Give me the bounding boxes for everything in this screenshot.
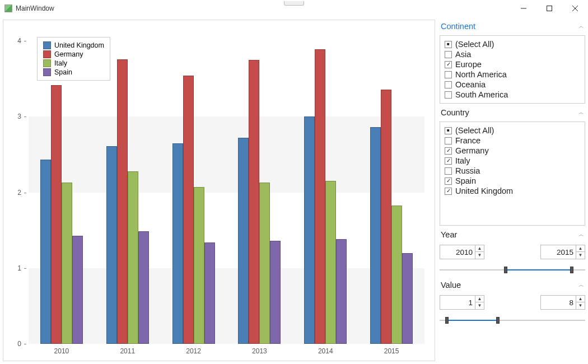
bar[interactable]	[304, 116, 315, 344]
check-item[interactable]: France	[445, 136, 580, 146]
check-label: North America	[455, 70, 507, 79]
checkbox-icon[interactable]	[445, 157, 452, 165]
section-header-year[interactable]: Year ︿	[440, 228, 585, 241]
bar[interactable]	[249, 60, 259, 344]
bar[interactable]	[194, 187, 204, 344]
bar[interactable]	[138, 231, 149, 344]
app-icon	[4, 4, 12, 12]
check-item[interactable]: Spain	[445, 176, 580, 186]
check-item[interactable]: United Kingdom	[445, 186, 580, 196]
check-item[interactable]: North America	[445, 69, 580, 80]
section-header-value[interactable]: Value ︿	[440, 278, 585, 292]
y-tick-label: 4	[3, 37, 25, 45]
bar[interactable]	[62, 183, 72, 344]
bar[interactable]	[204, 242, 215, 344]
legend-label: Germany	[54, 50, 83, 58]
step-up-icon[interactable]: ▲	[576, 296, 585, 302]
bar[interactable]	[259, 183, 270, 344]
check-label: United Kingdom	[455, 186, 513, 195]
check-item[interactable]: Asia	[445, 49, 580, 59]
section-header-country[interactable]: Country ︿	[440, 106, 585, 119]
chevron-up-icon: ︿	[578, 231, 584, 239]
bar[interactable]	[325, 181, 336, 344]
checkbox-icon[interactable]	[445, 147, 452, 155]
bar[interactable]	[51, 85, 62, 344]
x-tick-label: 2010	[54, 347, 69, 355]
bar[interactable]	[270, 241, 281, 344]
bar[interactable]	[183, 76, 194, 344]
section-label: Continent	[441, 22, 475, 31]
step-down-icon[interactable]: ▼	[475, 252, 484, 259]
legend-item: Spain	[43, 68, 104, 77]
bar[interactable]	[402, 253, 413, 344]
check-item[interactable]: Russia	[445, 166, 580, 176]
check-item[interactable]: Germany	[445, 146, 580, 156]
bar[interactable]	[370, 127, 381, 344]
year-range-slider[interactable]	[440, 265, 585, 275]
bar[interactable]	[106, 146, 117, 344]
check-label: Italy	[455, 156, 470, 165]
bar[interactable]	[381, 90, 391, 344]
bar[interactable]	[336, 239, 347, 344]
check-item[interactable]: (Select All)	[445, 39, 580, 49]
checkbox-icon[interactable]	[445, 178, 452, 185]
step-down-icon[interactable]: ▼	[576, 252, 585, 259]
chevron-up-icon: ︿	[578, 281, 584, 289]
bar[interactable]	[238, 138, 249, 344]
bar[interactable]	[315, 49, 325, 344]
check-item[interactable]: South America	[445, 90, 580, 100]
minimize-button[interactable]	[511, 0, 536, 17]
bar[interactable]	[72, 236, 83, 344]
value-from-input[interactable]: 1 ▲▼	[440, 295, 484, 310]
checkbox-icon[interactable]	[445, 61, 452, 68]
close-button[interactable]	[562, 0, 588, 17]
continent-list[interactable]: (Select All)AsiaEuropeNorth AmericaOcean…	[440, 35, 585, 104]
grip-handle[interactable]	[284, 1, 304, 6]
year-to-value: 2015	[541, 248, 576, 256]
check-item[interactable]: Italy	[445, 156, 580, 166]
checkbox-icon[interactable]	[445, 51, 452, 58]
checkbox-icon[interactable]	[445, 91, 452, 99]
checkbox-icon[interactable]	[445, 137, 452, 144]
step-up-icon[interactable]: ▲	[475, 296, 484, 302]
checkbox-icon[interactable]	[445, 41, 452, 48]
maximize-button[interactable]	[536, 0, 562, 17]
y-tick-label: 1	[3, 264, 25, 272]
section-header-continent[interactable]: Continent ︿	[440, 20, 585, 33]
check-item[interactable]: Europe	[445, 59, 580, 69]
legend-label: Italy	[54, 59, 67, 67]
value-to-input[interactable]: 8 ▲▼	[540, 295, 585, 310]
checkbox-icon[interactable]	[445, 127, 452, 134]
check-item[interactable]: (Select All)	[445, 125, 580, 136]
x-tick-label: 2013	[252, 347, 267, 355]
checkbox-icon[interactable]	[445, 81, 452, 88]
year-to-input[interactable]: 2015 ▲▼	[540, 245, 585, 259]
check-item[interactable]: Oceania	[445, 80, 580, 90]
check-label: Oceania	[455, 80, 486, 89]
country-list[interactable]: (Select All)FranceGermanyItalyRussiaSpai…	[440, 122, 585, 226]
section-label: Country	[441, 108, 469, 117]
step-up-icon[interactable]: ▲	[475, 245, 484, 252]
x-tick-label: 2011	[120, 347, 135, 355]
bar[interactable]	[391, 206, 402, 344]
step-down-icon[interactable]: ▼	[576, 302, 585, 309]
bar[interactable]	[117, 59, 128, 344]
bar[interactable]	[172, 143, 183, 344]
chevron-up-icon: ︿	[578, 109, 584, 116]
step-up-icon[interactable]: ▲	[576, 245, 585, 252]
check-label: Russia	[455, 166, 480, 175]
bar[interactable]	[128, 171, 138, 344]
legend-swatch	[43, 41, 51, 49]
check-label: Europe	[455, 60, 482, 69]
checkbox-icon[interactable]	[445, 188, 452, 195]
bar[interactable]	[40, 160, 51, 344]
y-tick-label: 3	[3, 113, 25, 120]
step-down-icon[interactable]: ▼	[475, 302, 484, 309]
legend-label: Spain	[54, 68, 72, 76]
check-label: South America	[455, 90, 508, 99]
checkbox-icon[interactable]	[445, 167, 452, 175]
value-range-slider[interactable]	[440, 315, 585, 325]
year-from-input[interactable]: 2010 ▲▼	[440, 245, 484, 259]
checkbox-icon[interactable]	[445, 71, 452, 78]
y-tick-label: 0	[3, 340, 25, 348]
